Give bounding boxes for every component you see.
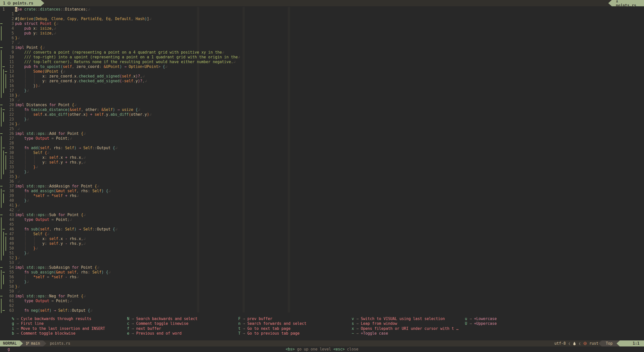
keybinding-hint[interactable]: U → +Uppercase <box>465 321 497 326</box>
code-line[interactable]: 18}↲ <box>0 93 644 98</box>
git-branch-segment[interactable]: main <box>23 340 43 346</box>
hint-description: Previous end of word <box>136 331 182 336</box>
keybinding-hint[interactable]: f → next buffer <box>127 326 197 331</box>
code-text: fn add_assign(&mut self, rhs: Self) {↲ <box>15 189 110 193</box>
code-line[interactable]: 16 │ })↲ <box>0 84 644 88</box>
code-line[interactable]: 21 fn taxicab_distance(&self, other: &Se… <box>0 107 644 112</box>
code-line[interactable]: 9 /// converts a point (representing a p… <box>0 50 644 55</box>
code-line[interactable]: 45 <box>0 222 644 227</box>
keybinding-hint[interactable]: b → Comment toggle blockwise <box>12 331 105 336</box>
code-line[interactable]: 33 │ }↲ <box>0 165 644 170</box>
code-line[interactable]: 22 │ self.x.abs_diff(other.x) + self.y.a… <box>0 112 644 117</box>
code-line[interactable]: 31 │ │ x: self.x + rhs.x,↲ <box>0 155 644 160</box>
code-line[interactable]: 8impl Point {↲ <box>0 45 644 50</box>
keybinding-hint[interactable]: t → Go to next tab page <box>238 326 306 331</box>
code-line[interactable]: 1 ↲ <box>0 12 644 17</box>
code-line[interactable]: 53 ↲ <box>0 260 644 265</box>
code-line[interactable]: 32 │ │ y: self.y + rhs.y,↲ <box>0 160 644 165</box>
code-line[interactable]: 43impl std::ops::Sub for Point {↲ <box>0 213 644 217</box>
code-line[interactable]: 11 /// top-left corner). Returns none if… <box>0 60 644 64</box>
keybinding-hint[interactable]: ~ → +Toggle case <box>352 331 458 336</box>
keybinding-hint[interactable]: e → Previous end of word <box>127 331 197 336</box>
code-line[interactable]: 42 ↲ <box>0 208 644 213</box>
code-text: ↲ <box>15 260 20 265</box>
code-line[interactable]: 34 }↲ <box>0 170 644 174</box>
code-text: /// converts a point (representing a poi… <box>15 50 224 55</box>
code-line[interactable]: 44 type Output = Point;↲ <box>0 217 644 222</box>
newline-marker: ↲ <box>88 7 90 12</box>
code-line[interactable]: 49 │ │ y: self.y - rhs.y,↲ <box>0 241 644 246</box>
code-line[interactable]: 63 fn neg(self) → Self::Output {↲ <box>0 308 644 313</box>
keybinding-hint[interactable]: x → Opens filepath or URI under cursor w… <box>352 326 458 331</box>
tab-window-indicator[interactable]: 1 points.rs <box>612 0 644 6</box>
code-line[interactable]: 4 pub x: isize,↲ <box>0 26 644 31</box>
code-line[interactable]: 23 }↲ <box>0 117 644 122</box>
code-line[interactable]: 51 }↲ <box>0 251 644 256</box>
code-line[interactable]: 59 ↲ <box>0 289 644 294</box>
code-line[interactable]: 56 │ *self = *self - rhs↲ <box>0 275 644 280</box>
code-line[interactable]: 28 <box>0 141 644 146</box>
keybinding-hint[interactable]: T → Go to previous tab page <box>238 331 306 336</box>
line-number: 23 <box>0 117 14 122</box>
keybinding-hint[interactable]: N → Search backwards and select <box>127 317 197 321</box>
line-number: 51 <box>0 251 14 256</box>
keybinding-hint[interactable]: F → prev buffer <box>238 317 306 321</box>
keybinding-hint[interactable]: c → Comment toggle linewise <box>127 321 197 326</box>
code-line[interactable]: 2#[derive(Debug, Clone, Copy, PartialEq,… <box>0 17 644 21</box>
code-line[interactable]: 37impl std::ops::AddAssign for Point {↲ <box>0 184 644 189</box>
code-line[interactable]: 60impl std::ops::Neg for Point {↲ <box>0 294 644 299</box>
code-text: #[derive(Debug, Clone, Copy, PartialEq, … <box>15 17 151 21</box>
code-line[interactable]: 26impl std::ops::Add for Point {↲ <box>0 131 644 136</box>
keybinding-hint[interactable]: g → First line <box>12 321 105 326</box>
code-line[interactable]: 54impl std::ops::SubAssign for Point {↲ <box>0 265 644 270</box>
code-line[interactable]: 55 fn sub_assign(&mut self, rhs: Self) {… <box>0 270 644 275</box>
hint-description: Go to next tab page <box>247 326 291 331</box>
code-text: │ Some(UPoint {↲ <box>15 69 65 74</box>
code-line[interactable]: 1use crate::distances::Distances;↲ <box>0 7 644 12</box>
code-line[interactable]: 20impl Distances for Point {↲ <box>0 103 644 107</box>
code-line[interactable]: 24}↲ <box>0 122 644 127</box>
code-line[interactable]: 52}↲ <box>0 256 644 260</box>
code-line[interactable]: 12 pub fn to_upoint(self, zero_coord: &U… <box>0 64 644 69</box>
keybinding-hint[interactable]: u → +Lowercase <box>465 317 497 321</box>
code-line[interactable]: 62 <box>0 303 644 308</box>
line-number: 27 <box>0 136 14 141</box>
code-line[interactable]: 29 fn add(self, rhs: Self) → Self::Outpu… <box>0 146 644 150</box>
code-line[interactable]: 58}↲ <box>0 284 644 289</box>
code-buffer[interactable]: 1use crate::distances::Distances;↲1 ↲2#[… <box>0 7 644 313</box>
keybinding-hint[interactable]: v → Switch to VISUAL using last selectio… <box>352 317 458 321</box>
code-line[interactable]: 10 /// top-right) into a upoint (represe… <box>0 55 644 60</box>
code-line[interactable]: 57 }↲ <box>0 280 644 284</box>
code-line[interactable]: 13 │ Some(UPoint {↲ <box>0 69 644 74</box>
keybinding-hint[interactable]: s → Leap from window <box>352 321 458 326</box>
code-line[interactable]: 38 fn add_assign(&mut self, rhs: Self) {… <box>0 189 644 193</box>
code-line[interactable]: 6}↲ <box>0 36 644 41</box>
code-line[interactable]: 41}↲ <box>0 203 644 208</box>
keybinding-hint[interactable]: n → Search forwards and select <box>238 321 306 326</box>
code-line[interactable]: 25 ↲ <box>0 127 644 131</box>
code-line[interactable]: 15 │ │ y: zero_coord.y.checked_add_signe… <box>0 79 644 84</box>
keybinding-hint[interactable]: % → Cycle backwards through results <box>12 317 105 321</box>
tab-active-points-rs[interactable]: 1 points.rs <box>0 0 41 6</box>
code-line[interactable]: 39 │ *self = *self + rhs↲ <box>0 193 644 198</box>
code-text: impl std::ops::SubAssign for Point {↲ <box>15 265 99 270</box>
code-line[interactable]: 35}↲ <box>0 174 644 179</box>
code-line[interactable]: 7 ↲ <box>0 41 644 45</box>
tab-indicator-arrow <box>608 0 612 6</box>
code-line[interactable]: 40 }↲ <box>0 198 644 203</box>
code-line[interactable]: 27 type Output = Point;↲ <box>0 136 644 141</box>
code-line[interactable]: 30 │ Self {↲ <box>0 150 644 155</box>
code-line[interactable]: 48 │ │ x: self.x - rhs.x,↲ <box>0 237 644 241</box>
code-line[interactable]: 5 pub y: isize,↲ <box>0 31 644 36</box>
code-line[interactable]: 50 │ }↲ <box>0 246 644 251</box>
code-line[interactable]: 36 ↲ <box>0 179 644 184</box>
code-line[interactable]: 14 │ │ x: zero_coord.x.checked_add_signe… <box>0 74 644 79</box>
code-line[interactable]: 19 ↲ <box>0 98 644 103</box>
code-line[interactable]: 46 fn sub(self, rhs: Self) → Self::Outpu… <box>0 227 644 232</box>
code-line[interactable]: 17 }↲ <box>0 88 644 93</box>
code-line[interactable]: 47 │ Self {↲ <box>0 232 644 237</box>
code-line[interactable]: 61 type Output = Point;↲ <box>0 299 644 303</box>
code-line[interactable]: 3pub struct Point {↲ <box>0 21 644 26</box>
newline-marker: ↲ <box>149 17 151 21</box>
keybinding-hint[interactable]: i → Move to the last insertion and INSER… <box>12 326 105 331</box>
